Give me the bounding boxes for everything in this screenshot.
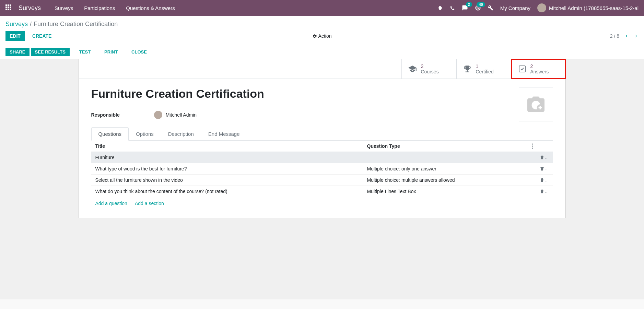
breadcrumb-current: Furniture Creation Certification <box>34 21 118 28</box>
tools-icon[interactable] <box>488 5 493 11</box>
sheet-body: Furniture Creation Certification Respons… <box>79 79 565 218</box>
phone-icon[interactable] <box>450 5 455 11</box>
pager-text[interactable]: 2 / 8 <box>610 33 619 39</box>
topbar-right: 2 40 My Company Mitchell Admin (17885655… <box>437 3 639 12</box>
activities-badge: 40 <box>477 2 485 7</box>
table-header: Title Question Type <box>91 141 553 152</box>
top-navbar: Surveys Surveys Participations Questions… <box>0 0 644 16</box>
user-menu[interactable]: Mitchell Admin (17885655-saas-15-2-al <box>537 3 639 12</box>
camera-plus-icon <box>526 94 546 115</box>
app-brand[interactable]: Surveys <box>19 4 41 12</box>
svg-rect-0 <box>519 66 525 72</box>
stat-buttons: 2 Courses 1 Certified 2 Answ <box>79 59 565 79</box>
table-row[interactable]: What type of wood is the best for furnit… <box>91 163 553 175</box>
top-nav: Surveys Participations Questions & Answe… <box>55 5 175 11</box>
row-title: Furniture <box>95 155 367 160</box>
graduation-cap-icon <box>408 64 417 73</box>
row-question-type: Multiple choice: multiple answers allowe… <box>367 177 532 183</box>
breadcrumb-separator: / <box>30 21 32 28</box>
test-button[interactable]: TEST <box>75 48 95 56</box>
row-delete-icon[interactable]: … <box>532 155 549 160</box>
th-title[interactable]: Title <box>95 143 367 149</box>
tab-options[interactable]: Options <box>129 127 161 140</box>
debug-icon[interactable] <box>437 5 443 11</box>
user-avatar-icon <box>537 3 546 12</box>
stat-answers[interactable]: 2 Answers <box>511 59 566 79</box>
trophy-icon <box>463 64 472 73</box>
table-row[interactable]: Select all the furniture shown in the vi… <box>91 175 553 186</box>
th-kebab-icon[interactable] <box>532 143 549 149</box>
th-question-type[interactable]: Question Type <box>367 143 532 149</box>
pager: 2 / 8 <box>610 33 639 39</box>
nav-participations[interactable]: Participations <box>84 5 115 11</box>
table-row[interactable]: Furniture… <box>91 152 553 163</box>
row-title: What do you think about the content of t… <box>95 189 367 194</box>
action-menu-label: Action <box>318 33 332 39</box>
close-button[interactable]: CLOSE <box>127 48 151 56</box>
stat-courses-count: 2 <box>421 63 439 69</box>
create-button[interactable]: CREATE <box>28 31 56 41</box>
breadcrumb: Surveys / Furniture Creation Certificati… <box>0 16 644 31</box>
user-name: Mitchell Admin (17885655-saas-15-2-al <box>549 5 639 11</box>
form-sheet: 2 Courses 1 Certified 2 Answ <box>79 59 566 218</box>
check-square-icon <box>518 65 526 73</box>
table-row[interactable]: What do you think about the content of t… <box>91 186 553 197</box>
action-menu-button[interactable]: Action <box>313 33 332 39</box>
see-results-button[interactable]: SEE RESULTS <box>31 48 70 56</box>
stat-courses[interactable]: 2 Courses <box>401 59 456 79</box>
svg-point-3 <box>532 146 533 147</box>
stat-certified-label: Certified <box>476 69 494 74</box>
add-section-link[interactable]: Add a section <box>135 201 164 206</box>
responsible-value[interactable]: Mitchell Admin <box>154 111 197 119</box>
row-delete-icon[interactable]: … <box>532 178 549 182</box>
row-question-type: Multiple Lines Text Box <box>367 189 532 194</box>
main-area: 2 Courses 1 Certified 2 Answ <box>0 59 644 299</box>
stat-courses-label: Courses <box>421 69 439 74</box>
questions-table: Title Question Type Furniture…What type … <box>91 141 553 210</box>
messages-icon[interactable]: 2 <box>462 5 468 11</box>
edit-button[interactable]: EDIT <box>5 31 25 41</box>
status-bar: SHARE SEE RESULTS TEST PRINT CLOSE <box>0 45 644 59</box>
add-question-link[interactable]: Add a question <box>95 201 127 206</box>
responsible-name: Mitchell Admin <box>166 112 197 118</box>
pager-prev-icon[interactable] <box>624 33 629 39</box>
breadcrumb-root[interactable]: Surveys <box>5 21 28 28</box>
activities-icon[interactable]: 40 <box>475 5 481 11</box>
responsible-label: Responsible <box>91 112 120 118</box>
image-placeholder[interactable] <box>519 87 553 121</box>
stat-certified-count: 1 <box>476 63 494 69</box>
company-switcher[interactable]: My Company <box>500 5 530 11</box>
row-delete-icon[interactable]: … <box>532 189 549 194</box>
nav-questions-answers[interactable]: Questions & Answers <box>126 5 175 11</box>
svg-point-4 <box>532 148 533 149</box>
responsible-field: Responsible Mitchell Admin <box>91 111 553 119</box>
responsible-avatar-icon <box>154 111 162 119</box>
tab-description[interactable]: Description <box>161 127 201 140</box>
tabs: Questions Options Description End Messag… <box>91 127 553 141</box>
share-button[interactable]: SHARE <box>5 48 30 56</box>
row-title: What type of wood is the best for furnit… <box>95 166 367 171</box>
control-bar: EDIT CREATE Action 2 / 8 <box>0 31 644 45</box>
gear-icon <box>313 34 317 38</box>
svg-point-2 <box>532 144 533 145</box>
row-question-type: Multiple choice: only one answer <box>367 166 532 171</box>
pager-next-icon[interactable] <box>634 33 639 39</box>
apps-icon[interactable] <box>5 4 12 11</box>
stat-certified[interactable]: 1 Certified <box>456 59 511 79</box>
nav-surveys[interactable]: Surveys <box>55 5 73 11</box>
tab-questions[interactable]: Questions <box>91 127 129 141</box>
messages-badge: 2 <box>466 2 472 7</box>
stat-answers-count: 2 <box>530 63 549 69</box>
row-title: Select all the furniture shown in the vi… <box>95 177 367 183</box>
stat-answers-label: Answers <box>530 69 549 74</box>
tab-end-message[interactable]: End Message <box>201 127 247 140</box>
record-title: Furniture Creation Certification <box>91 87 553 100</box>
row-delete-icon[interactable]: … <box>532 166 549 171</box>
table-add-row: Add a question Add a section <box>91 197 553 210</box>
print-button[interactable]: PRINT <box>100 48 122 56</box>
